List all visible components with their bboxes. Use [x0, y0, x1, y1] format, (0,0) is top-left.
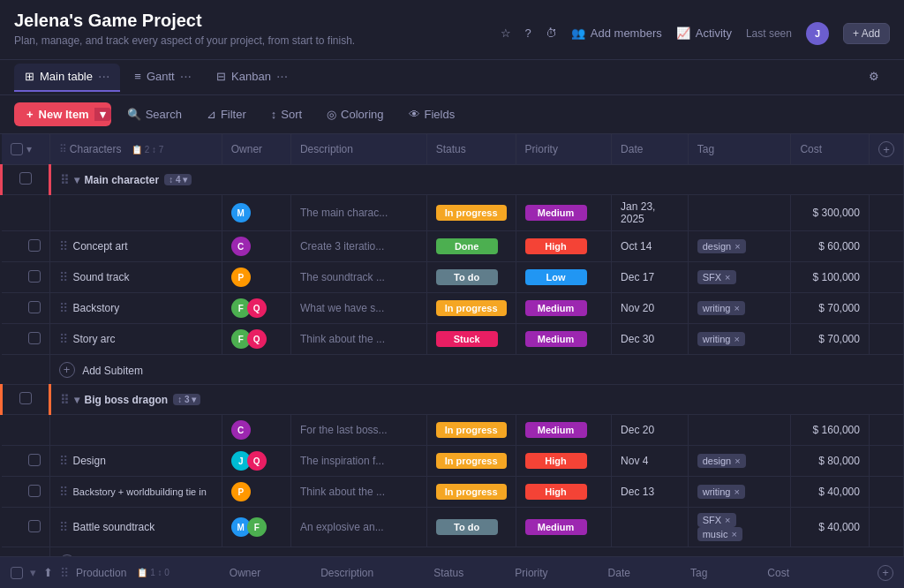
- app-subtitle: Plan, manage, and track every aspect of …: [14, 34, 355, 47]
- tag-music: music ×: [697, 527, 742, 541]
- row-name: Backstory + worldbuilding tie in: [73, 486, 207, 497]
- new-item-dropdown-arrow[interactable]: ▾: [94, 108, 111, 121]
- remove-tag-icon[interactable]: ×: [734, 303, 740, 313]
- remove-tag-icon[interactable]: ×: [725, 515, 730, 525]
- tab-menu-icon[interactable]: ···: [98, 69, 109, 85]
- add-global-button[interactable]: + Add: [843, 23, 890, 44]
- tab-kanban[interactable]: ⊟ Kanban ···: [206, 64, 298, 92]
- remove-tag-icon[interactable]: ×: [725, 272, 730, 283]
- remove-tag-icon[interactable]: ×: [734, 334, 740, 344]
- fields-icon: 👁: [409, 108, 420, 121]
- priority-badge[interactable]: Medium: [525, 519, 587, 535]
- select-all-checkbox[interactable]: [11, 143, 23, 155]
- status-badge[interactable]: Stuck: [436, 331, 498, 347]
- gantt-menu-icon[interactable]: ···: [180, 69, 192, 85]
- group-name: Big boss dragon: [85, 394, 169, 406]
- drag-handle-icon: ⠿: [59, 270, 68, 284]
- group-priority-badge[interactable]: Medium: [525, 422, 587, 438]
- header-name[interactable]: ⠿ Characters 📋 2 ↕ 7: [49, 134, 222, 165]
- priority-badge[interactable]: Medium: [525, 300, 587, 316]
- group-status-badge[interactable]: In progress: [436, 205, 507, 221]
- bottom-status-label: Status: [433, 567, 463, 579]
- header-add-col[interactable]: +: [869, 134, 903, 165]
- filter-icon: ⊿: [207, 108, 216, 121]
- add-subitem-label[interactable]: Add Subitem: [82, 364, 143, 376]
- star-button[interactable]: ☆: [501, 26, 511, 40]
- table-icon: ⊞: [25, 70, 34, 83]
- priority-badge[interactable]: Low: [525, 269, 587, 285]
- remove-tag-icon[interactable]: ×: [734, 456, 740, 466]
- row-checkbox[interactable]: [28, 520, 41, 532]
- header-tag[interactable]: Tag: [688, 134, 791, 165]
- priority-badge[interactable]: High: [525, 238, 587, 254]
- header-chevron[interactable]: ▾: [26, 143, 32, 155]
- help-button[interactable]: ?: [525, 26, 531, 40]
- remove-tag-icon[interactable]: ×: [734, 241, 740, 252]
- row-checkbox[interactable]: [28, 454, 41, 466]
- plus-icon: +: [853, 27, 859, 40]
- bottom-checkbox[interactable]: [11, 567, 23, 579]
- add-members-button[interactable]: 👥 Add members: [571, 26, 662, 40]
- new-item-button[interactable]: + New Item ▾: [14, 102, 111, 126]
- row-checkbox[interactable]: [28, 270, 41, 283]
- group-collapse-icon[interactable]: ▾: [74, 394, 79, 406]
- group-checkbox[interactable]: [19, 392, 32, 404]
- bottom-chevron-down[interactable]: ▾: [30, 566, 36, 579]
- priority-badge[interactable]: Medium: [525, 331, 587, 347]
- group-name: Main character: [85, 174, 160, 186]
- filter-button[interactable]: ⊿ Filter: [198, 103, 255, 125]
- row-name: Design: [73, 455, 106, 467]
- row-checkbox[interactable]: [28, 485, 41, 497]
- remove-tag-icon[interactable]: ×: [734, 486, 740, 497]
- search-button[interactable]: 🔍 Search: [118, 103, 191, 125]
- header-date[interactable]: Date: [612, 134, 689, 165]
- app-header: Jelena's Game Project Plan, manage, and …: [0, 0, 904, 60]
- tab-gantt[interactable]: ≡ Gantt ···: [124, 64, 202, 92]
- add-column-button[interactable]: +: [878, 141, 894, 157]
- clock-button[interactable]: ⏱: [546, 26, 557, 40]
- header-cost[interactable]: Cost: [791, 134, 870, 165]
- header-status[interactable]: Status: [426, 134, 516, 165]
- header-description[interactable]: Description: [290, 134, 426, 165]
- status-badge[interactable]: To do: [436, 269, 498, 285]
- group-checkbox[interactable]: [19, 172, 32, 185]
- row-checkbox[interactable]: [28, 301, 41, 313]
- group-summary-big-boss-dragon: C For the last boss... In progress Mediu…: [2, 415, 904, 446]
- priority-badge[interactable]: High: [525, 484, 587, 500]
- status-badge[interactable]: Done: [436, 238, 498, 254]
- coloring-button[interactable]: ◎ Coloring: [318, 103, 392, 125]
- main-table: ▾ ⠿ Characters 📋 2 ↕ 7 Owner Description…: [0, 134, 904, 572]
- tab-settings[interactable]: ⚙: [858, 64, 890, 90]
- bottom-tab-bar: ▾ ⬆ ⠿ Production 📋 1 ↕ 0 Owner Descripti…: [0, 556, 904, 588]
- row-checkbox[interactable]: [28, 332, 41, 344]
- add-subitem-icon[interactable]: +: [59, 362, 75, 378]
- remove-tag-icon[interactable]: ×: [731, 529, 736, 539]
- group-priority-badge[interactable]: Medium: [525, 205, 587, 221]
- user-avatar[interactable]: J: [806, 22, 829, 45]
- fields-button[interactable]: 👁 Fields: [400, 103, 464, 125]
- header-owner[interactable]: Owner: [222, 134, 290, 165]
- owner-avatar-q: Q: [247, 451, 267, 471]
- kanban-menu-icon[interactable]: ···: [276, 69, 288, 85]
- drag-handle-icon: ⠿: [59, 520, 68, 534]
- status-badge[interactable]: In progress: [436, 453, 507, 469]
- tab-main-table[interactable]: ⊞ Main table ···: [14, 64, 120, 92]
- bottom-tab-name[interactable]: Production: [76, 567, 126, 579]
- owner-avatar-f: F: [247, 517, 267, 537]
- activity-button[interactable]: 📈 Activity: [676, 26, 732, 40]
- status-badge[interactable]: In progress: [436, 484, 507, 500]
- priority-badge[interactable]: High: [525, 453, 587, 469]
- group-status-badge[interactable]: In progress: [436, 422, 507, 438]
- bottom-expand-icon[interactable]: ⬆: [43, 566, 53, 579]
- row-name: Battle soundtrack: [73, 521, 155, 533]
- tag-sfx: SFX ×: [697, 270, 736, 284]
- group-collapse-icon[interactable]: ▾: [74, 174, 79, 186]
- bottom-add-col-button[interactable]: +: [878, 565, 893, 581]
- add-subitem-row-1[interactable]: + Add Subitem: [2, 355, 904, 385]
- header-priority[interactable]: Priority: [516, 134, 611, 165]
- status-badge[interactable]: To do: [436, 519, 498, 535]
- add-members-icon: 👥: [571, 26, 585, 40]
- sort-button[interactable]: ↕ Sort: [262, 103, 311, 125]
- status-badge[interactable]: In progress: [436, 300, 507, 316]
- row-checkbox[interactable]: [28, 239, 41, 252]
